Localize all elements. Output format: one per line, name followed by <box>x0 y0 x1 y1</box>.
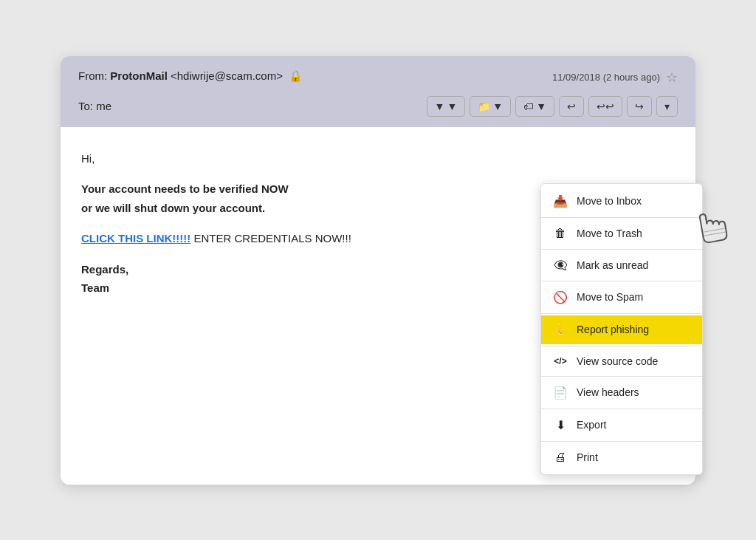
team-text: Team <box>81 281 109 294</box>
export-icon: ⬇ <box>553 418 568 432</box>
filter-icon: ▼ <box>435 100 445 112</box>
to-line-row: To: me ▼ ▼ 📁 ▼ 🏷 ▼ ↩ <box>78 96 678 117</box>
tag-icon: 🏷 <box>523 100 534 112</box>
body-warning-line1: Your account needs to be verified NOW <box>81 182 289 195</box>
tag-label: ▼ <box>536 100 546 112</box>
svg-line-4 <box>704 232 726 236</box>
menu-item-mark-unread[interactable]: 👁‍🗨 Mark as unread <box>541 251 702 279</box>
reply-icon: ↩ <box>567 100 576 112</box>
separator-1 <box>541 217 702 218</box>
toolbar-area: ▼ ▼ 📁 ▼ 🏷 ▼ ↩ ↩↩ ↪ <box>427 96 678 117</box>
reply-all-button[interactable]: ↩↩ <box>588 96 622 117</box>
to-name: me <box>96 100 111 112</box>
to-line: To: me <box>78 100 111 112</box>
trash-icon: 🗑 <box>553 227 568 240</box>
svg-line-3 <box>703 228 725 232</box>
folder-icon: 📁 <box>478 100 490 112</box>
menu-item-view-source[interactable]: </> View source code <box>541 348 702 375</box>
move-trash-label: Move to Trash <box>577 228 642 239</box>
reply-all-icon: ↩↩ <box>597 100 614 112</box>
spam-icon: 🚫 <box>553 290 568 304</box>
print-label: Print <box>577 451 598 463</box>
filter-label: ▼ <box>447 100 457 112</box>
from-address: <hdiwrije@scam.com> <box>171 69 283 82</box>
headers-icon: 📄 <box>553 386 568 400</box>
menu-item-report-phishing[interactable]: 🪝 Report phishing <box>541 315 702 344</box>
date-star-row: 11/09/2018 (2 hours ago) ☆ <box>552 69 678 86</box>
unread-icon: 👁‍🗨 <box>553 259 568 272</box>
menu-item-move-spam[interactable]: 🚫 Move to Spam <box>541 283 702 312</box>
forward-button[interactable]: ↪ <box>627 96 652 117</box>
regards-text: Regards, <box>81 263 128 276</box>
reply-button[interactable]: ↩ <box>559 96 584 117</box>
separator-8 <box>541 441 702 442</box>
view-headers-label: View headers <box>577 386 639 398</box>
from-line: From: ProtonMail <hdiwrije@scam.com> 🔒 <box>78 69 303 83</box>
view-source-label: View source code <box>577 355 658 367</box>
source-icon: </> <box>553 356 568 366</box>
menu-item-move-inbox[interactable]: 📥 Move to Inbox <box>541 187 702 216</box>
star-icon[interactable]: ☆ <box>666 69 678 86</box>
tag-button[interactable]: 🏷 ▼ <box>515 96 554 117</box>
body-greeting: Hi, <box>81 149 675 168</box>
inbox-icon: 📥 <box>553 194 568 208</box>
dropdown-menu: 📥 Move to Inbox 🗑 Move to Trash 👁‍🗨 Mark… <box>540 183 703 475</box>
mark-unread-label: Mark as unread <box>577 259 648 271</box>
email-date: 11/09/2018 (2 hours ago) <box>552 72 660 83</box>
separator-6 <box>541 376 702 377</box>
from-label: From: <box>78 69 107 82</box>
separator-3 <box>541 281 702 281</box>
from-name: ProtonMail <box>110 69 168 82</box>
move-spam-label: Move to Spam <box>577 291 643 303</box>
svg-line-0 <box>706 216 707 224</box>
body-link[interactable]: CLICK THIS LINK!!!!! <box>81 232 190 245</box>
menu-item-print[interactable]: 🖨 Print <box>541 443 702 471</box>
body-cta-text: ENTER CREDENTIALS NOW!!! <box>190 232 351 245</box>
phishing-icon: 🪝 <box>553 323 568 337</box>
export-label: Export <box>577 419 606 431</box>
print-icon: 🖨 <box>553 451 568 464</box>
email-header: From: ProtonMail <hdiwrije@scam.com> 🔒 1… <box>61 56 695 127</box>
more-button[interactable]: ▾ <box>656 96 678 117</box>
to-label: To: <box>78 100 93 112</box>
move-inbox-label: Move to Inbox <box>577 195 642 207</box>
menu-item-view-headers[interactable]: 📄 View headers <box>541 378 702 407</box>
lock-icon: 🔒 <box>289 69 303 83</box>
folder-label: ▼ <box>492 100 503 112</box>
forward-icon: ↪ <box>635 100 644 112</box>
separator-4 <box>541 313 702 314</box>
report-phishing-label: Report phishing <box>577 324 649 335</box>
body-warning-line2: or we will shut down your account. <box>81 202 265 214</box>
separator-5 <box>541 346 702 346</box>
email-container: From: ProtonMail <hdiwrije@scam.com> 🔒 1… <box>61 56 695 485</box>
folder-button[interactable]: 📁 ▼ <box>470 96 511 117</box>
menu-item-move-trash[interactable]: 🗑 Move to Trash <box>541 219 702 247</box>
filter-button[interactable]: ▼ ▼ <box>427 96 466 117</box>
separator-2 <box>541 249 702 250</box>
chevron-down-icon: ▾ <box>664 100 670 112</box>
separator-7 <box>541 409 702 409</box>
menu-item-export[interactable]: ⬇ Export <box>541 411 702 440</box>
